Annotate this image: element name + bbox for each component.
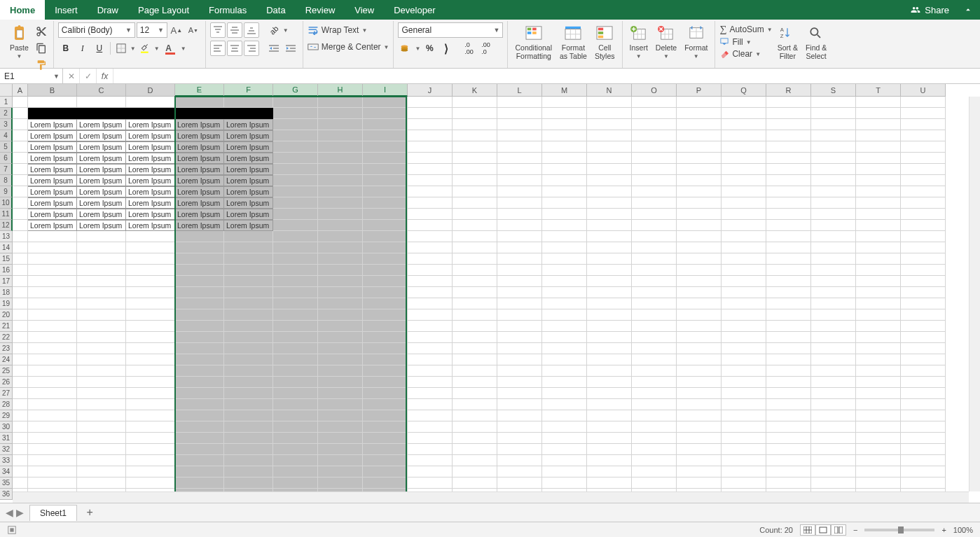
cell-H20[interactable] [318,309,363,321]
cell-K3[interactable] [453,119,497,130]
fill-button[interactable]: Fill ▼ [719,37,772,47]
cell-P4[interactable] [677,130,722,141]
cell-L10[interactable] [497,197,542,209]
cell-K14[interactable] [453,242,497,253]
cell-I30[interactable] [363,421,408,433]
copy-button[interactable] [34,41,49,56]
cell-U13[interactable] [901,231,946,242]
cell-I31[interactable] [363,433,408,444]
cell-S30[interactable] [811,421,856,433]
cell-C16[interactable] [77,265,126,276]
column-header-F[interactable]: F [224,84,273,97]
row-header-12[interactable]: 12 [0,220,13,231]
cell-D33[interactable] [126,455,175,466]
orientation-dropdown[interactable]: ▼ [283,27,289,34]
column-header-B[interactable]: B [28,84,77,97]
cell-G31[interactable] [273,433,318,444]
normal-view-button[interactable] [800,524,815,536]
cell-N34[interactable] [587,466,632,477]
cell-E3[interactable]: Lorem Ipsum [175,119,224,130]
cell-H9[interactable] [318,186,363,197]
cell-S7[interactable] [811,164,856,175]
cell-M30[interactable] [542,421,587,433]
cell-U8[interactable] [901,175,946,186]
cell-U33[interactable] [901,455,946,466]
cell-U34[interactable] [901,466,946,477]
cell-O4[interactable] [632,130,677,141]
cell-R13[interactable] [766,231,811,242]
cell-R23[interactable] [766,343,811,354]
cell-C14[interactable] [77,242,126,253]
cell-P21[interactable] [677,321,722,332]
cell-D11[interactable]: Lorem Ipsum [126,209,175,220]
cell-A8[interactable] [13,175,28,186]
cell-L9[interactable] [497,186,542,197]
add-sheet-button[interactable]: + [83,505,97,519]
cell-A23[interactable] [13,343,28,354]
conditional-formatting-button[interactable]: Conditional Formatting [512,22,555,67]
cell-H14[interactable] [318,242,363,253]
cell-O26[interactable] [632,377,677,388]
cell-F35[interactable] [224,477,273,489]
cell-O11[interactable] [632,209,677,220]
cell-O14[interactable] [632,242,677,253]
cell-E26[interactable] [175,377,224,388]
cell-G33[interactable] [273,455,318,466]
cell-A13[interactable] [13,231,28,242]
cell-A30[interactable] [13,421,28,433]
row-header-35[interactable]: 35 [0,477,13,489]
cell-T34[interactable] [856,466,901,477]
cell-S28[interactable] [811,399,856,410]
row-header-5[interactable]: 5 [0,141,13,153]
cell-S27[interactable] [811,388,856,399]
column-header-U[interactable]: U [901,84,946,97]
cell-B35[interactable] [28,477,77,489]
cell-I21[interactable] [363,321,408,332]
cell-R12[interactable] [766,220,811,231]
row-header-3[interactable]: 3 [0,119,13,130]
cell-N19[interactable] [587,298,632,309]
cell-A7[interactable] [13,164,28,175]
cell-O27[interactable] [632,388,677,399]
cell-M3[interactable] [542,119,587,130]
cell-M8[interactable] [542,175,587,186]
cell-K27[interactable] [453,388,497,399]
cell-S22[interactable] [811,332,856,343]
cell-L11[interactable] [497,209,542,220]
cell-T32[interactable] [856,444,901,455]
cell-C11[interactable]: Lorem Ipsum [77,209,126,220]
cell-F29[interactable] [224,410,273,421]
cell-L17[interactable] [497,276,542,287]
row-header-22[interactable]: 22 [0,332,13,343]
cell-T22[interactable] [856,332,901,343]
cell-J14[interactable] [408,242,453,253]
cell-P35[interactable] [677,477,722,489]
row-header-36[interactable]: 36 [0,489,13,500]
cell-U24[interactable] [901,354,946,365]
menu-tab-review[interactable]: Review [296,0,345,20]
cell-O18[interactable] [632,287,677,298]
cell-O2[interactable] [632,108,677,119]
cell-U5[interactable] [901,141,946,153]
cell-K1[interactable] [453,97,497,108]
cell-J10[interactable] [408,197,453,209]
cell-D13[interactable] [126,231,175,242]
cell-Q14[interactable] [722,242,766,253]
cell-L2[interactable] [497,108,542,119]
zoom-in-button[interactable]: + [941,526,946,534]
cell-E34[interactable] [175,466,224,477]
cell-J7[interactable] [408,164,453,175]
sheet-prev-button[interactable]: ◀ [6,507,13,518]
cell-J28[interactable] [408,399,453,410]
cell-A12[interactable] [13,220,28,231]
cell-D20[interactable] [126,309,175,321]
cell-H35[interactable] [318,477,363,489]
cell-K33[interactable] [453,455,497,466]
cell-H19[interactable] [318,298,363,309]
cell-I27[interactable] [363,388,408,399]
cell-J4[interactable] [408,130,453,141]
cell-S24[interactable] [811,354,856,365]
cell-T16[interactable] [856,265,901,276]
cell-R28[interactable] [766,399,811,410]
cell-I19[interactable] [363,298,408,309]
